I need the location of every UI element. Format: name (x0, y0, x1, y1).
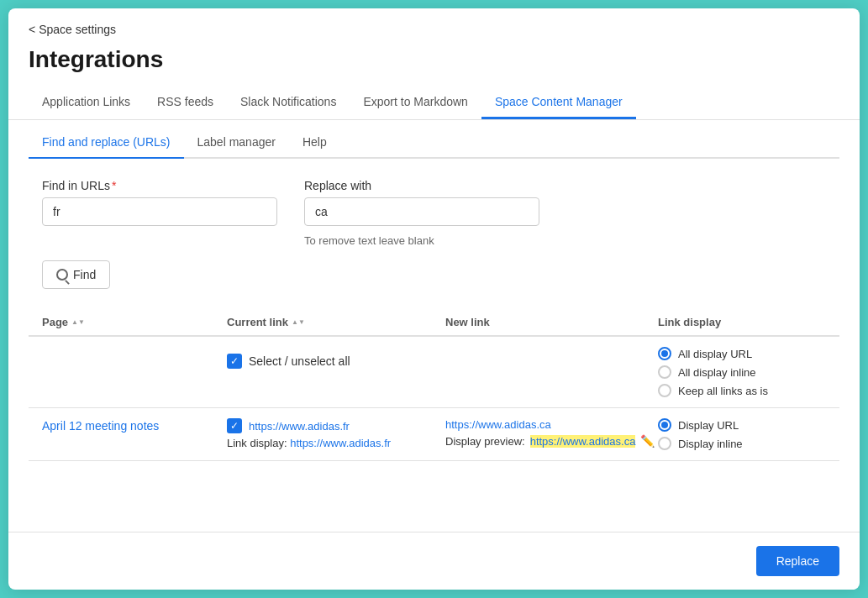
page-title: Integrations (29, 46, 839, 73)
find-label: Find in URLs* (42, 179, 277, 192)
global-option: Keep all links as is (658, 384, 826, 397)
global-option: All display URL (658, 347, 826, 360)
sort-arrows-link: ▲▼ (292, 318, 305, 326)
row-option: Display inline (658, 437, 826, 450)
table-header: Page ▲▼ Current link ▲▼ New link Link di… (29, 309, 839, 337)
sub-tab-find-replace[interactable]: Find and replace (URLs) (29, 127, 184, 159)
find-button-label: Find (73, 268, 96, 281)
find-group: Find in URLs* (42, 179, 277, 247)
link-display-row: Link display: https://www.adidas.fr (227, 437, 445, 449)
new-link-col: https://www.adidas.ca Display preview: h… (445, 418, 658, 448)
row-display-options: Display URLDisplay inline (658, 418, 826, 450)
col-page: Page ▲▼ (42, 316, 227, 328)
back-arrow: < (29, 23, 35, 36)
search-icon (56, 269, 68, 281)
sub-tab-label-manager[interactable]: Label manager (184, 127, 289, 159)
row-radio-button[interactable] (658, 437, 671, 450)
radio-label: Keep all links as is (678, 385, 768, 397)
form-row: Find in URLs* Replace with To remove tex… (29, 179, 839, 247)
link-display-value[interactable]: https://www.adidas.fr (290, 437, 391, 449)
radio-label: All display URL (678, 348, 752, 360)
page-link[interactable]: April 12 meeting notes (42, 419, 159, 433)
main-tab-slack-notifications[interactable]: Slack Notifications (227, 87, 350, 119)
row-radio-label: Display inline (678, 438, 743, 450)
col-new-link: New link (445, 316, 658, 328)
replace-group: Replace with To remove text leave blank (304, 179, 539, 247)
results-table: Page ▲▼ Current link ▲▼ New link Link di… (29, 309, 839, 461)
edit-icon[interactable]: ✏️ (640, 434, 655, 448)
find-input[interactable] (42, 197, 277, 226)
footer: Replace (8, 532, 860, 590)
current-link[interactable]: https://www.adidas.fr (249, 420, 350, 433)
new-link[interactable]: https://www.adidas.ca (445, 418, 658, 431)
main-window: < Space settings Integrations Applicatio… (8, 8, 860, 590)
preview-link[interactable]: https://www.adidas.ca (530, 435, 636, 448)
replace-input[interactable] (304, 197, 539, 226)
main-tab-rss-feeds[interactable]: RSS feeds (144, 87, 227, 119)
main-tabs: Application LinksRSS feedsSlack Notifica… (29, 87, 839, 119)
col-current-link: Current link ▲▼ (227, 316, 445, 328)
global-option: All display inline (658, 365, 826, 379)
back-link[interactable]: < Space settings (29, 23, 116, 36)
sub-tab-help[interactable]: Help (289, 127, 340, 159)
select-unselect-col: ✓ Select / unselect all (227, 347, 445, 375)
back-label: Space settings (39, 23, 116, 36)
col-link-display: Link display (658, 316, 826, 328)
table-row: April 12 meeting notes ✓ https://www.adi… (29, 408, 839, 461)
page-col: April 12 meeting notes (42, 418, 227, 433)
select-all-checkbox[interactable]: ✓ (227, 354, 242, 369)
sub-tabs: Find and replace (URLs)Label managerHelp (29, 120, 839, 159)
row-checkbox[interactable]: ✓ (227, 418, 242, 433)
row-radio-button[interactable] (658, 418, 671, 432)
main-tab-export-to-markdown[interactable]: Export to Markdown (350, 87, 481, 119)
sort-arrows-page: ▲▼ (71, 318, 85, 326)
radio-button[interactable] (658, 347, 671, 360)
replace-label: Replace with (304, 179, 539, 192)
select-all-label: Select / unselect all (249, 354, 350, 368)
display-preview: Display preview: https://www.adidas.ca ✏… (445, 434, 658, 448)
row-option: Display URL (658, 418, 826, 432)
content-area: Find and replace (URLs)Label managerHelp… (8, 120, 860, 532)
select-all-row: ✓ Select / unselect all All display URLA… (29, 337, 839, 408)
top-bar: < Space settings Integrations Applicatio… (8, 8, 860, 120)
radio-button[interactable] (658, 384, 671, 397)
radio-label: All display inline (678, 366, 756, 379)
current-link-col: ✓ https://www.adidas.fr Link display: ht… (227, 418, 445, 449)
row-radio-label: Display URL (678, 419, 739, 432)
main-tab-space-content-manager[interactable]: Space Content Manager (481, 87, 636, 119)
replace-button[interactable]: Replace (756, 546, 839, 576)
find-button[interactable]: Find (42, 260, 110, 289)
radio-button[interactable] (658, 365, 671, 379)
hint-text: To remove text leave blank (304, 234, 539, 247)
main-tab-application-links[interactable]: Application Links (29, 87, 144, 119)
global-display-options: All display URLAll display inlineKeep al… (658, 347, 826, 397)
required-star: * (112, 179, 116, 192)
